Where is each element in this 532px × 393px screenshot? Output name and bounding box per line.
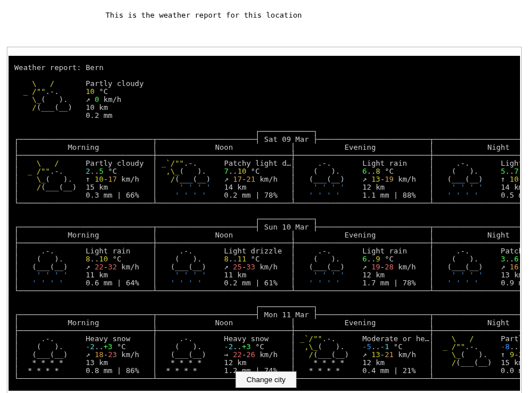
intro-text: This is the weather report for this loca…: [105, 10, 302, 21]
weather-terminal: Weather report: Bern \ / Partly cloudy _…: [9, 56, 520, 391]
terminal-frame: Weather report: Bern \ / Partly cloudy _…: [7, 47, 522, 393]
change-city-button[interactable]: Change city: [235, 371, 297, 388]
